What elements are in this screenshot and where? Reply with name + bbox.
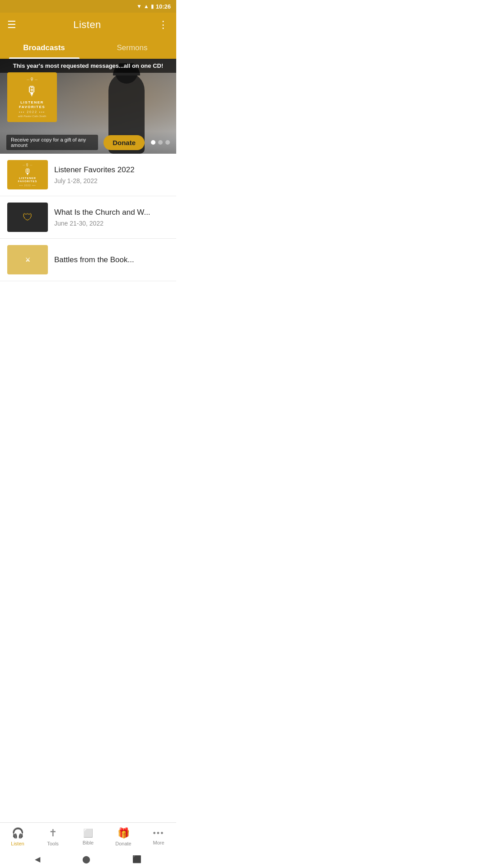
header: ☰ Listen ⋮	[0, 13, 176, 37]
item3-thumbnail: ⚔	[7, 245, 48, 274]
tab-broadcasts[interactable]: Broadcasts	[0, 37, 88, 59]
item2-date: June 21-30, 2022	[54, 220, 169, 227]
hero-donate-button[interactable]: Donate	[103, 135, 145, 150]
header-title: Listen	[73, 19, 101, 31]
item1-info: Listener Favorites 2022 July 1-28, 2022	[54, 165, 169, 184]
signal-icon: ▲	[144, 3, 149, 9]
item3-title: Battles from the Book...	[54, 255, 169, 264]
dot-3	[165, 140, 170, 145]
status-time: 10:26	[156, 3, 171, 10]
list-item[interactable]: 🛡 What Is the Church and W... June 21-30…	[0, 196, 176, 239]
album-mic-icon: 🎙	[26, 84, 38, 99]
thumb-fav-year: ••• 2022 •••	[19, 184, 36, 187]
battles-thumb-label: ⚔	[25, 257, 30, 263]
status-bar: ▼ ▲ ▮ 10:26	[0, 0, 176, 13]
hero-caption: Receive your copy for a gift of any amou…	[6, 135, 98, 150]
status-icons: ▼ ▲ ▮ 10:26	[136, 3, 171, 10]
album-title: LISTENER FAVORITES	[11, 100, 53, 110]
hero-dots	[151, 140, 170, 145]
dot-1	[151, 140, 155, 145]
menu-icon[interactable]: ☰	[7, 19, 16, 31]
dot-2	[158, 140, 163, 145]
list-item[interactable]: ⚔ Battles from the Book...	[0, 239, 176, 281]
item1-date: July 1-28, 2022	[54, 177, 169, 184]
album-pastor: with Pastor Colin Smith	[18, 115, 46, 118]
item3-info: Battles from the Book...	[54, 255, 169, 264]
wifi-icon: ▼	[136, 3, 142, 9]
item2-info: What Is the Church and W... June 21-30, …	[54, 208, 169, 227]
thumb-mic-icon: 🎙	[23, 167, 32, 177]
hero-bottom-bar: Receive your copy for a gift of any amou…	[0, 131, 176, 154]
hero-top-text: This year's most requested messages...al…	[0, 59, 176, 73]
item1-title: Listener Favorites 2022	[54, 165, 169, 175]
hero-banner: This year's most requested messages...al…	[0, 59, 176, 154]
broadcast-list: ⏤🎙⏤ 🎙 LISTENERFAVORITES ••• 2022 ••• Lis…	[0, 154, 176, 281]
battery-icon: ▮	[151, 3, 154, 9]
hero-album-cover: ⏤🎙⏤ 🎙 LISTENER FAVORITES ••• 2022 ••• wi…	[7, 72, 57, 122]
album-year: ••• 2022 •••	[19, 110, 45, 113]
item2-title: What Is the Church and W...	[54, 208, 169, 217]
tabs-container: Broadcasts Sermons	[0, 37, 176, 59]
item1-thumbnail: ⏤🎙⏤ 🎙 LISTENERFAVORITES ••• 2022 •••	[7, 160, 48, 189]
more-options-icon[interactable]: ⋮	[158, 19, 169, 31]
favorites-thumb: ⏤🎙⏤ 🎙 LISTENERFAVORITES ••• 2022 •••	[7, 160, 48, 189]
thumb-fav-label: LISTENERFAVORITES	[18, 177, 38, 183]
item2-thumbnail: 🛡	[7, 203, 48, 232]
church-thumb: 🛡	[7, 203, 48, 232]
church-shield-icon: 🛡	[23, 212, 33, 223]
list-item[interactable]: ⏤🎙⏤ 🎙 LISTENERFAVORITES ••• 2022 ••• Lis…	[0, 154, 176, 196]
album-waves-icon: ⏤🎙⏤	[27, 77, 38, 82]
tab-sermons[interactable]: Sermons	[88, 37, 176, 59]
